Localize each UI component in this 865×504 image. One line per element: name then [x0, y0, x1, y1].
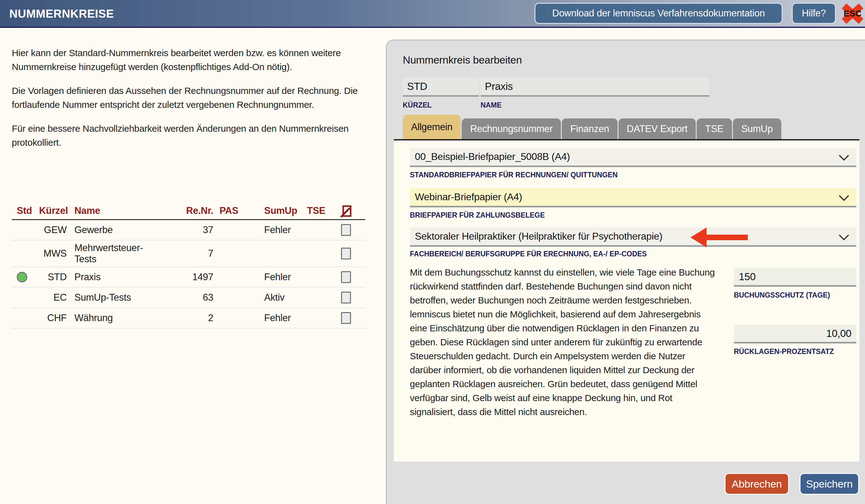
renr-cell: 2 [164, 313, 213, 324]
chevron-down-icon [838, 154, 850, 161]
kuerzel-field-label: KÜRZEL [403, 101, 431, 109]
tab-allgemein[interactable]: Allgemein [403, 115, 461, 139]
row-checkbox[interactable] [341, 224, 351, 236]
esc-label: ESC [844, 9, 862, 19]
col-header-edit [326, 204, 365, 217]
name-cell: Praxis [68, 271, 164, 283]
save-button[interactable]: Speichern [799, 473, 859, 495]
chevron-down-icon [838, 234, 850, 241]
name-cell: Gewerbe [68, 224, 164, 236]
table-row[interactable]: MWS Mehrwertsteuer-Tests 7 [12, 241, 365, 267]
tab-content-allgemein: 00_Beispiel-Briefpapier_5008B (A4) STAND… [394, 139, 860, 461]
tab-sumup[interactable]: SumUp [733, 118, 781, 139]
edit-panel: Nummernkreis bearbeiten KÜRZEL NAME Allg… [386, 40, 865, 504]
standard-active-dot [17, 272, 27, 282]
close-esc-button[interactable]: ESC [841, 3, 864, 24]
col-header-name: Name [68, 205, 164, 216]
title-bar: NUMMERNKREISE Download der lemniscus Ver… [0, 0, 865, 28]
kuerzel-cell: STD [34, 271, 68, 283]
name-cell: Währung [68, 313, 164, 324]
col-header-sumup: SumUp [258, 205, 299, 216]
help-button[interactable]: Hilfe? [792, 3, 836, 24]
annotation-arrow-icon [690, 225, 748, 252]
sumup-status-cell: Fehler [258, 313, 299, 324]
dropdown-label: BRIEFPAPIER FÜR ZAHLUNGSBELEGE [410, 211, 545, 220]
row-checkbox[interactable] [341, 292, 351, 303]
edit-icon [340, 204, 352, 217]
col-header-std: Std [12, 205, 34, 216]
chevron-down-icon [838, 195, 850, 201]
tab-datev-export[interactable]: DATEV Export [619, 118, 696, 139]
table-row[interactable]: STD Praxis 1497 Fehler [12, 267, 365, 288]
nummernkreis-table: Std Kürzel Name Re.Nr. PAS SumUp TSE GEW… [12, 202, 365, 329]
col-header-tse: TSE [299, 205, 326, 216]
row-checkbox[interactable] [341, 271, 351, 283]
tab-rechnungsnummer[interactable]: Rechnungsnummer [462, 118, 561, 139]
kuerzel-cell: EC [34, 292, 68, 303]
sumup-status-cell: Fehler [258, 271, 299, 283]
tab-bar: Allgemein Rechnungsnummer Finanzen DATEV… [403, 115, 855, 139]
name-input[interactable] [481, 78, 710, 97]
kuerzel-cell: MWS [34, 248, 68, 259]
ruecklagen-prozentsatz-input[interactable] [734, 325, 856, 343]
dropdown-select[interactable]: 00_Beispiel-Briefpapier_5008B (A4) [410, 148, 856, 167]
name-field-label: NAME [481, 101, 501, 109]
dropdown-value: Sektoraler Heilpraktiker (Heilpraktiker … [415, 231, 662, 242]
info-paragraph-1: Mit dem Buchungsschutz kannst du einstel… [410, 265, 715, 307]
table-row[interactable]: EC SumUp-Tests 63 Aktiv [12, 288, 365, 308]
ruecklagen-prozentsatz-label: RÜCKLAGEN-PROZENTSATZ [734, 348, 834, 356]
dropdown-select[interactable]: Webinar-Briefpapier (A4) [410, 188, 856, 207]
row-checkbox[interactable] [341, 248, 351, 259]
intro-paragraph-3: Für eine bessere Nachvollziehbarkeit wer… [12, 121, 360, 149]
renr-cell: 1497 [164, 271, 213, 283]
kuerzel-cell: GEW [34, 224, 68, 236]
table-header-row: Std Kürzel Name Re.Nr. PAS SumUp TSE [12, 202, 365, 220]
download-verfahrensdokumentation-button[interactable]: Download der lemniscus Verfahrensdokumen… [534, 3, 783, 24]
dropdown-select[interactable]: Sektoraler Heilpraktiker (Heilpraktiker … [410, 227, 856, 247]
sumup-status-cell: Aktiv [258, 292, 299, 303]
name-cell: SumUp-Tests [68, 292, 164, 303]
row-checkbox[interactable] [341, 312, 351, 324]
buchungsschutz-input[interactable] [734, 268, 856, 287]
panel-title: Nummernkreis bearbeiten [403, 54, 522, 66]
cancel-button[interactable]: Abbrechen [725, 473, 789, 495]
col-header-kuerzel: Kürzel [34, 205, 68, 216]
name-cell: Mehrwertsteuer-Tests [68, 242, 164, 265]
intro-paragraph-1: Hier kann der Standard-Nummernkreis bear… [12, 46, 360, 74]
table-row[interactable]: GEW Gewerbe 37 Fehler [12, 220, 365, 241]
info-paragraph-2: lemniscus bietet nun die Möglichkeit, ba… [410, 307, 715, 419]
intro-text: Hier kann der Standard-Nummernkreis bear… [12, 46, 360, 159]
renr-cell: 7 [164, 248, 213, 259]
dropdown-value: 00_Beispiel-Briefpapier_5008B (A4) [415, 151, 570, 162]
col-header-renr: Re.Nr. [164, 205, 213, 216]
renr-cell: 63 [164, 292, 213, 303]
page-title: NUMMERNKREISE [9, 8, 114, 21]
std-cell [12, 272, 34, 282]
dropdown-label: STANDARDBRIEFPAPIER FÜR RECHNUNGEN/ QUIT… [410, 171, 618, 179]
buchungsschutz-info-text: Mit dem Buchungsschutz kannst du einstel… [410, 265, 715, 419]
table-row[interactable]: CHF Währung 2 Fehler [12, 308, 365, 329]
tab-finanzen[interactable]: Finanzen [562, 118, 617, 139]
intro-paragraph-2: Die Vorlagen definieren das Aussehen der… [12, 84, 360, 112]
dropdown-label: FACHBEREICH/ BERUFSGRUPPE FÜR ERECHNUNG,… [410, 250, 647, 258]
buchungsschutz-label: BUCHUNGSSCHUTZ (TAGE) [734, 291, 830, 300]
sumup-status-cell: Fehler [258, 224, 299, 236]
tab-tse[interactable]: TSE [697, 118, 732, 139]
kuerzel-input[interactable] [403, 78, 479, 97]
kuerzel-cell: CHF [34, 313, 68, 324]
renr-cell: 37 [164, 224, 213, 236]
dropdown-value: Webinar-Briefpapier (A4) [415, 191, 522, 203]
col-header-pas: PAS [213, 205, 258, 216]
